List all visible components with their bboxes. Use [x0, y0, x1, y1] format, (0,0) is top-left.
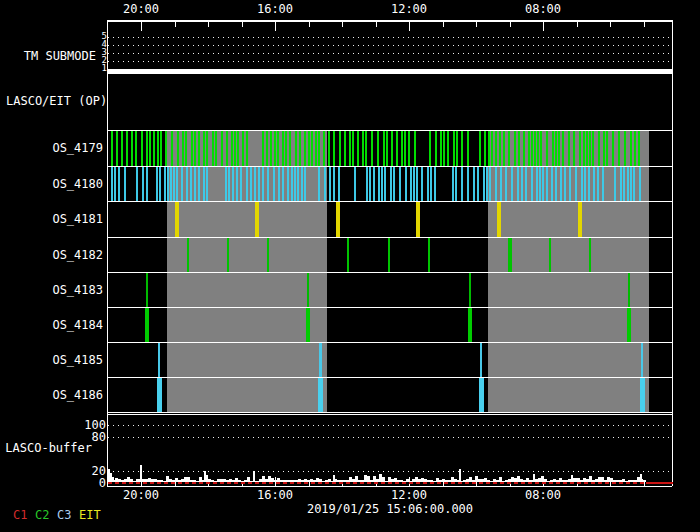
- event-bar: [142, 167, 144, 201]
- event-bar: [525, 167, 527, 201]
- tm-submode-label: TM SUBMODE: [10, 50, 96, 63]
- event-bar: [540, 131, 542, 166]
- buffer-zero-line-dashed: [108, 482, 646, 484]
- scheduled-region: [488, 308, 649, 342]
- event-bar: [114, 167, 116, 201]
- event-bar: [357, 131, 359, 166]
- event-bar: [187, 238, 189, 272]
- event-bar: [118, 167, 120, 201]
- event-bar: [641, 343, 643, 377]
- event-bar: [440, 131, 442, 166]
- bottom-axis-line: [107, 486, 672, 487]
- event-bar: [618, 131, 620, 166]
- event-bar: [518, 131, 520, 166]
- event-bar: [173, 167, 175, 201]
- event-bar: [307, 273, 309, 307]
- top-axis-tick: [543, 22, 544, 31]
- event-bar: [198, 167, 200, 201]
- row-label-OS_4180: OS_4180: [20, 178, 103, 191]
- row-label-OS_4185: OS_4185: [20, 354, 103, 367]
- event-bar: [352, 131, 354, 166]
- event-bar: [185, 131, 187, 166]
- row-label-OS_4182: OS_4182: [20, 249, 103, 262]
- event-bar: [236, 167, 238, 201]
- event-bar: [365, 131, 367, 166]
- event-bar: [231, 131, 233, 166]
- event-bar: [592, 131, 594, 166]
- event-bar: [428, 238, 430, 272]
- event-bar: [318, 167, 320, 201]
- event-bar: [315, 131, 317, 166]
- row-label-OS_4184: OS_4184: [20, 319, 103, 332]
- event-bar: [371, 131, 373, 166]
- top-axis-tick: [644, 22, 645, 27]
- top-axis-tick: [242, 22, 243, 27]
- event-bar: [206, 131, 208, 166]
- event-bar: [285, 131, 287, 166]
- event-bar: [555, 131, 557, 166]
- event-bar: [246, 131, 248, 166]
- event-bar: [508, 131, 510, 166]
- event-bar: [131, 131, 133, 166]
- event-bar: [177, 131, 179, 166]
- buffer-spike: [333, 475, 335, 482]
- event-bar: [630, 131, 632, 166]
- legend-item-C3: C3: [57, 509, 71, 522]
- event-bar: [598, 131, 600, 166]
- event-bar: [603, 131, 605, 166]
- event-bar: [301, 167, 303, 201]
- buffer-gridline: [108, 437, 672, 438]
- event-bar: [430, 167, 432, 201]
- event-bar: [452, 167, 454, 201]
- top-axis-tick: [443, 22, 444, 27]
- event-bar: [203, 167, 205, 201]
- event-bar: [212, 131, 214, 166]
- event-bar: [267, 238, 269, 272]
- scheduled-region: [488, 273, 649, 307]
- scheduled-region: [167, 273, 327, 307]
- event-bar: [237, 131, 239, 166]
- event-bar: [468, 308, 472, 342]
- legend-item-EIT: EIT: [79, 509, 101, 522]
- top-axis-tick: [107, 22, 108, 27]
- bottom-axis-label: 12:00: [373, 489, 445, 502]
- plot-border-left: [107, 20, 108, 486]
- event-bar: [405, 167, 407, 201]
- top-axis-line: [107, 20, 672, 22]
- event-bar: [593, 167, 595, 201]
- event-bar: [586, 131, 588, 166]
- event-bar: [558, 131, 560, 166]
- top-axis-tick: [342, 22, 343, 27]
- event-bar: [121, 131, 123, 166]
- event-bar: [136, 167, 138, 201]
- buffer-zero-line-solid: [646, 482, 673, 484]
- top-axis-label: 12:00: [373, 3, 445, 16]
- event-bar: [410, 167, 412, 201]
- event-bar: [164, 167, 166, 201]
- event-bar: [531, 167, 533, 201]
- event-bar: [564, 167, 566, 201]
- event-bar: [354, 167, 356, 201]
- event-bar: [255, 202, 259, 237]
- event-bar: [306, 308, 310, 342]
- event-bar: [157, 131, 159, 166]
- event-bar: [456, 131, 458, 166]
- event-bar: [329, 167, 331, 201]
- event-bar: [495, 131, 497, 166]
- scheduled-region: [488, 202, 649, 237]
- event-bar: [589, 238, 591, 272]
- event-bar: [333, 131, 335, 166]
- event-bar: [495, 167, 497, 201]
- event-bar: [339, 131, 341, 166]
- event-bar: [319, 343, 322, 377]
- event-bar: [383, 131, 385, 166]
- event-bar: [404, 131, 406, 166]
- event-bar: [589, 131, 591, 166]
- event-bar: [416, 202, 420, 237]
- event-bar: [158, 343, 160, 377]
- event-bar: [461, 167, 463, 201]
- event-bar: [546, 131, 548, 166]
- event-bar: [413, 167, 415, 201]
- event-bar: [126, 131, 128, 166]
- event-bar: [267, 167, 269, 201]
